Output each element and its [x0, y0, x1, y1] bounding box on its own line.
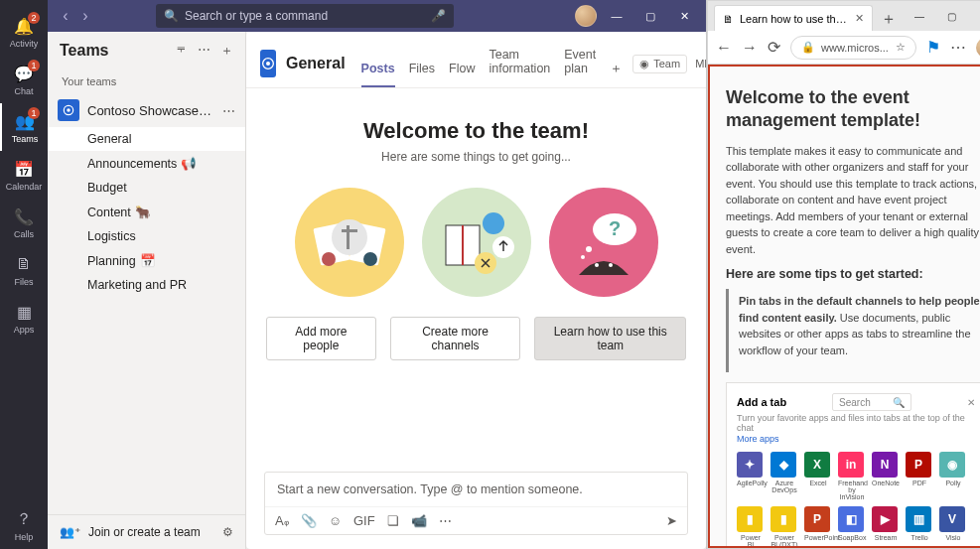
search-input[interactable]: 🔍 Search or type a command 🎤: [156, 4, 454, 28]
channel-header: General Posts Files Flow Team informatio…: [246, 32, 706, 88]
welcome-title: Welcome to the team!: [266, 118, 686, 144]
channel-budget[interactable]: Budget: [48, 176, 245, 200]
svg-point-3: [266, 62, 270, 66]
channel-general[interactable]: General: [48, 127, 245, 151]
channel-icon: [260, 50, 276, 77]
minimize-icon[interactable]: —: [905, 5, 934, 27]
refresh-icon[interactable]: ⟳: [768, 38, 780, 57]
rail-help[interactable]: ？ Help: [0, 501, 48, 549]
globe-icon: ◉: [639, 58, 649, 70]
channel-planning[interactable]: Planning📅: [48, 248, 245, 273]
rail-calls[interactable]: 📞 Calls: [0, 199, 48, 246]
more-icon[interactable]: ⋯: [950, 38, 966, 57]
tab-posts[interactable]: Posts: [361, 54, 395, 87]
back-icon[interactable]: ‹: [56, 7, 75, 25]
favorite-icon[interactable]: ☆: [896, 41, 906, 54]
format-icon[interactable]: Aᵩ: [275, 513, 289, 528]
edge-tab[interactable]: 🗎 Learn how to use this team ✕: [714, 5, 873, 31]
help-icon: ？: [13, 508, 35, 530]
channel-marketing[interactable]: Marketing and PR: [48, 273, 245, 297]
channel-announcements[interactable]: Announcements📢: [48, 151, 245, 176]
sticker-icon[interactable]: ❏: [387, 513, 399, 528]
more-icon[interactable]: ⋯: [198, 42, 210, 60]
edge-toolbar: ← → ⟳ 🔒 www.micros... ☆ ⚑ ⋯: [708, 31, 980, 65]
gif-icon[interactable]: GIF: [353, 513, 375, 528]
tab-event-plan[interactable]: Event plan: [564, 40, 596, 87]
channel-title: General: [286, 55, 346, 72]
forward-icon[interactable]: ›: [75, 7, 95, 25]
svg-point-21: [595, 263, 599, 267]
new-tab-icon[interactable]: ＋: [877, 7, 901, 31]
add-people-button[interactable]: Add more people: [266, 317, 376, 360]
illustration-channels: [422, 188, 531, 297]
attach-icon[interactable]: 📎: [301, 513, 317, 528]
section-label: Your teams: [48, 69, 245, 93]
maximize-icon[interactable]: ▢: [936, 5, 966, 27]
learn-team-button[interactable]: Learn how to use this team: [534, 317, 686, 360]
minimize-icon[interactable]: —: [603, 4, 630, 28]
filter-icon[interactable]: ⫧: [175, 42, 188, 60]
file-icon: 🗎: [13, 253, 35, 275]
addtab-search: Search 🔍: [832, 393, 911, 411]
tab-flow[interactable]: Flow: [449, 54, 475, 87]
add-icon[interactable]: ＋: [220, 42, 233, 60]
app-tile: ◆Azure DevOps: [770, 452, 798, 500]
svg-point-1: [67, 108, 70, 112]
rail-files[interactable]: 🗎 Files: [0, 246, 48, 294]
channel-content[interactable]: Content🐂: [48, 200, 245, 224]
svg-rect-8: [347, 225, 350, 249]
emoji-icon[interactable]: ☺: [329, 513, 342, 528]
create-channels-button[interactable]: Create more channels: [390, 317, 521, 360]
team-row[interactable]: Contoso Showcase Event ⋯: [48, 93, 245, 127]
close-icon[interactable]: ✕: [670, 4, 698, 28]
join-create-team[interactable]: 👥⁺ Join or create a team ⚙: [48, 514, 245, 549]
compose-input[interactable]: Start a new conversation. Type @ to ment…: [265, 473, 687, 507]
avatar[interactable]: [976, 38, 980, 58]
svg-point-14: [483, 212, 504, 234]
back-icon[interactable]: ←: [716, 39, 732, 57]
channel-logistics[interactable]: Logistics: [48, 224, 245, 248]
more-icon[interactable]: ⋯: [439, 513, 452, 528]
badge: 1: [28, 60, 40, 71]
send-icon[interactable]: ➤: [666, 513, 677, 528]
tip-1: Pin tabs in the default channels to help…: [726, 289, 980, 372]
badge: 2: [28, 12, 40, 24]
url-input[interactable]: 🔒 www.micros... ☆: [790, 36, 916, 60]
app-tile: ◉Polly: [939, 452, 967, 500]
rail-calendar[interactable]: 📅 Calendar: [0, 151, 48, 199]
rail-apps[interactable]: ▦ Apps: [0, 294, 48, 342]
sidebar-title: Teams: [60, 42, 109, 60]
close-icon: ✕: [967, 397, 975, 408]
tab-files[interactable]: Files: [409, 54, 435, 87]
close-icon[interactable]: ✕: [855, 12, 864, 25]
add-tab-icon[interactable]: ＋: [610, 53, 623, 87]
tab-team-info[interactable]: Team information: [489, 40, 550, 87]
app-tile: PPDF: [906, 452, 933, 500]
maximize-icon[interactable]: ▢: [636, 4, 664, 28]
app-tile: ◧SoapBox: [838, 506, 866, 548]
app-tile: NOneNote: [872, 452, 900, 500]
badge: 1: [28, 107, 40, 119]
svg-point-19: [586, 246, 592, 252]
lock-icon: 🔒: [801, 41, 815, 54]
apps-icon: ▦: [13, 301, 35, 323]
rail-activity[interactable]: 2 🔔 Activity: [0, 8, 48, 56]
team-privacy-pill[interactable]: ◉Team: [632, 55, 687, 73]
welcome-area: Welcome to the team! Here are some thing…: [246, 88, 706, 462]
mic-icon[interactable]: 🎤: [431, 9, 446, 23]
rail-teams[interactable]: 1 👥 Teams: [0, 103, 48, 151]
svg-point-9: [322, 252, 336, 266]
svg-point-22: [609, 263, 613, 267]
rail-chat[interactable]: 1 💬 Chat: [0, 56, 48, 103]
mbi-label: MBI: [695, 58, 706, 69]
close-icon[interactable]: ✕: [968, 5, 980, 27]
collections-icon[interactable]: ⚑: [926, 38, 940, 57]
more-icon[interactable]: ⋯: [222, 103, 235, 118]
forward-icon[interactable]: →: [742, 39, 758, 57]
app-tile: ▶Stream: [872, 506, 900, 548]
avatar[interactable]: [575, 5, 597, 27]
gear-icon[interactable]: ⚙: [222, 525, 233, 539]
addtab-screenshot: Add a tab Search 🔍 ✕ Turn your favorite …: [726, 382, 980, 548]
meet-icon[interactable]: 📹: [411, 513, 427, 528]
teams-sidebar: Teams ⫧ ⋯ ＋ Your teams Contoso Showcase …: [48, 32, 246, 549]
